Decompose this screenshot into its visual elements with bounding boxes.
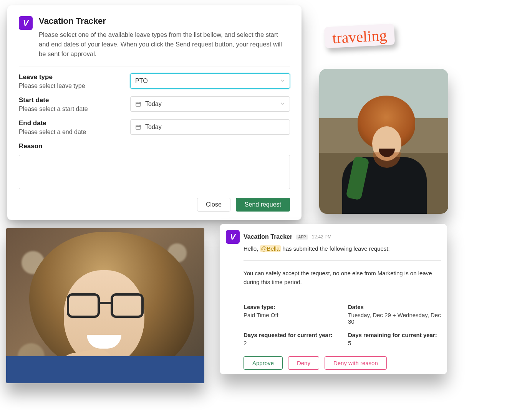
leave-type-value: PTO bbox=[135, 78, 148, 84]
calendar-icon bbox=[135, 124, 141, 130]
calendar-icon bbox=[135, 101, 141, 107]
days-requested-value: 2 bbox=[244, 340, 336, 346]
leave-type-info-value: Paid Time Off bbox=[244, 312, 336, 318]
start-date-value: Today bbox=[145, 101, 162, 107]
leave-type-label: Leave type bbox=[19, 73, 130, 81]
modal-description: Please select one of the available leave… bbox=[39, 30, 290, 58]
leave-type-sublabel: Please select leave type bbox=[19, 83, 130, 89]
approve-button[interactable]: Approve bbox=[244, 356, 283, 370]
send-request-button[interactable]: Send request bbox=[236, 198, 290, 212]
svg-rect-1 bbox=[136, 125, 141, 129]
safety-note: You can safely accept the request, no on… bbox=[244, 269, 441, 286]
end-date-sublabel: Please select a end date bbox=[19, 129, 130, 136]
days-requested-label: Days requested for current year: bbox=[244, 332, 336, 338]
svg-rect-0 bbox=[136, 102, 141, 106]
intro-suffix: has submitted the following leave reques… bbox=[281, 245, 390, 252]
chevron-down-icon bbox=[280, 101, 285, 107]
message-intro: Hello, @Bella has submitted the followin… bbox=[244, 245, 441, 252]
reason-label: Reason bbox=[19, 142, 290, 150]
modal-title: Vacation Tracker bbox=[39, 16, 290, 26]
leave-type-select[interactable]: PTO bbox=[130, 73, 290, 89]
chevron-down-icon bbox=[280, 78, 285, 84]
start-date-sublabel: Please select a start date bbox=[19, 106, 130, 112]
days-remaining-label: Days remaining for current year: bbox=[348, 332, 441, 338]
start-date-label: Start date bbox=[19, 96, 130, 104]
dates-info-label: Dates bbox=[348, 304, 441, 310]
message-app-name: Vacation Tracker bbox=[244, 233, 292, 240]
leave-request-modal: V Vacation Tracker Please select one of … bbox=[7, 5, 302, 220]
intro-prefix: Hello, bbox=[244, 245, 260, 252]
user-mention[interactable]: @Bella bbox=[260, 245, 281, 252]
end-date-picker[interactable]: Today bbox=[130, 119, 290, 135]
deny-button[interactable]: Deny bbox=[288, 356, 319, 370]
days-remaining-value: 5 bbox=[348, 340, 441, 346]
close-button[interactable]: Close bbox=[197, 198, 230, 212]
end-date-value: Today bbox=[145, 124, 162, 131]
end-date-label: End date bbox=[19, 119, 130, 127]
traveling-sticker: traveling bbox=[324, 23, 395, 48]
leave-type-info-label: Leave type: bbox=[244, 304, 336, 310]
app-icon: V bbox=[19, 16, 33, 30]
person-glasses-photo bbox=[6, 228, 204, 383]
reason-textarea[interactable] bbox=[19, 155, 290, 189]
app-badge: APP bbox=[296, 235, 308, 240]
leave-request-message: V Vacation Tracker APP 12:42 PM Hello, @… bbox=[220, 224, 447, 374]
app-icon: V bbox=[226, 230, 240, 244]
message-timestamp: 12:42 PM bbox=[312, 234, 331, 240]
start-date-picker[interactable]: Today bbox=[130, 96, 290, 112]
deny-with-reason-button[interactable]: Deny with reason bbox=[325, 356, 387, 370]
dates-info-value: Tuesday, Dec 29 + Wednesday, Dec 30 bbox=[348, 312, 441, 325]
traveler-photo bbox=[319, 69, 448, 214]
